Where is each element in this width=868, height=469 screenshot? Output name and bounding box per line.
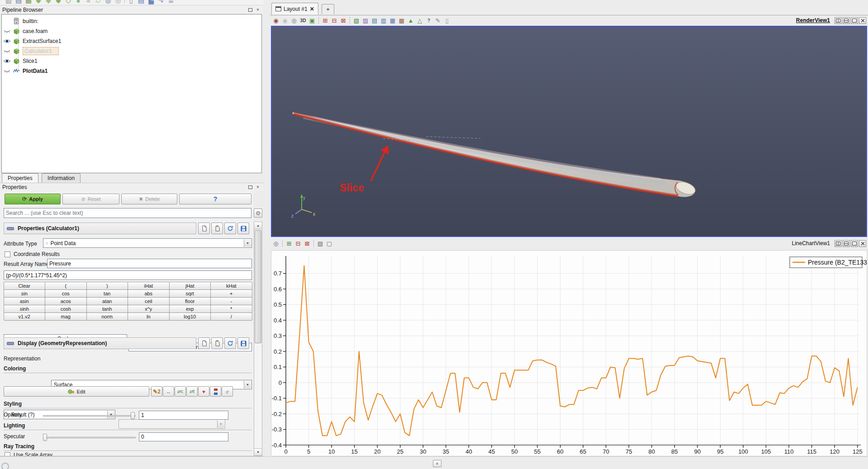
plot-view-icon[interactable]: ∿ <box>156 0 166 5</box>
visibility-off-eye-icon[interactable] <box>2 48 12 54</box>
calc-button-sqrt[interactable]: sqrt <box>169 289 211 298</box>
split-view-icon[interactable]: ▯ <box>126 0 136 5</box>
visibility-off-eye-icon[interactable] <box>2 28 12 34</box>
show-scalar-bar-icon[interactable] <box>210 386 221 397</box>
edit-color-map-advanced-icon[interactable]: ✎2 <box>151 386 162 397</box>
rescale-temporal-icon[interactable]: ⇄t <box>186 386 198 397</box>
maximize-button[interactable] <box>851 17 858 24</box>
interactive-select-points-icon[interactable]: ▲ <box>407 16 415 24</box>
pipeline-item-plotdata1[interactable]: PlotData1 <box>2 67 261 75</box>
calc-button-atan[interactable]: atan <box>86 297 128 305</box>
tab-properties[interactable]: Properties <box>2 173 38 183</box>
close-tab-icon[interactable]: ✕ <box>310 6 314 12</box>
threshold-filter-icon[interactable]: ◆ <box>53 0 63 5</box>
split-vertical-button[interactable] <box>843 17 850 24</box>
edit-scalar-bar-icon[interactable]: e <box>222 386 233 397</box>
calc-button-cos[interactable]: cos <box>45 289 87 298</box>
search-input[interactable] <box>4 208 251 218</box>
reset-camera-icon[interactable]: ▣ <box>308 16 316 24</box>
split-horizontal-button[interactable] <box>835 17 842 24</box>
pipeline-item-extractsurface1[interactable]: ExtractSurface1 <box>2 37 261 45</box>
calc-button-exp[interactable]: exp <box>169 305 211 313</box>
paste-display-button[interactable] <box>211 337 223 349</box>
select-cells-through-icon[interactable]: ▤ <box>370 16 379 24</box>
toggle-2d3d-icon[interactable]: 3D <box>299 16 307 24</box>
save-data-icon[interactable]: ▤ <box>14 0 24 5</box>
calculator-section-header[interactable]: Properties (Calculator1) <box>4 223 196 234</box>
tab-information[interactable]: Information <box>42 173 81 183</box>
scrollbar-thumb[interactable] <box>255 230 261 343</box>
calc-button-sin[interactable]: sin <box>4 289 46 298</box>
clip-filter-icon[interactable]: ◆ <box>33 0 43 5</box>
calc-button--[interactable]: ) <box>86 282 128 290</box>
close-button[interactable] <box>859 240 866 247</box>
calc-button--[interactable]: * <box>210 305 252 313</box>
pipeline-item-builtin[interactable]: builtin: <box>2 17 261 25</box>
calc-button-mag[interactable]: mag <box>45 313 87 321</box>
new-layout-tab-button[interactable]: + <box>322 4 334 14</box>
calc-button-tan[interactable]: tan <box>86 289 128 298</box>
calc-button--[interactable]: - <box>210 297 252 305</box>
spreadsheet-view-icon[interactable]: ▤ <box>136 0 146 5</box>
panel-splitter[interactable] <box>263 0 270 456</box>
glyph-filter-icon[interactable]: ● <box>73 0 83 5</box>
specular-slider[interactable] <box>43 437 136 438</box>
copy-display-button[interactable] <box>198 337 210 349</box>
split-vertical-button[interactable] <box>843 240 850 247</box>
calc-button--[interactable]: + <box>210 289 252 298</box>
select-block-icon[interactable]: ▦ <box>389 16 397 24</box>
clear-selection-icon[interactable]: ✎ <box>434 16 442 24</box>
opacity-value-input[interactable] <box>139 411 228 420</box>
rescale-data-range-icon[interactable]: ↔ <box>163 386 174 397</box>
save-defaults-button[interactable] <box>237 223 249 234</box>
calc-button-v1-v2[interactable]: v1.v2 <box>4 313 46 321</box>
select-points-through-icon[interactable]: ▥ <box>379 16 388 24</box>
zoom-to-box-icon[interactable]: ⊞ <box>321 16 329 24</box>
reset-zoom-icon[interactable]: ⊠ <box>303 239 311 247</box>
reset-defaults-button[interactable] <box>224 223 236 234</box>
search-settings-gear-icon[interactable]: ⚙ <box>254 208 262 218</box>
close-button[interactable] <box>859 17 866 24</box>
dock-float-button[interactable] <box>247 184 253 190</box>
capture-view-icon[interactable]: ◉ <box>281 16 289 24</box>
render-viewport[interactable]: Slice y x z <box>271 26 867 237</box>
python-shell-icon[interactable]: ≣ <box>166 0 176 5</box>
adjust-camera-icon[interactable]: ◎ <box>290 16 298 24</box>
visibility-off-eye-icon[interactable] <box>2 68 12 74</box>
maximize-button[interactable] <box>851 240 858 247</box>
calc-button-sinh[interactable]: sinh <box>4 305 46 313</box>
open-file-icon[interactable]: ▥ <box>4 0 14 5</box>
save-screenshot-icon[interactable]: ◉ <box>272 16 280 24</box>
attribute-type-combo[interactable]: ○ Point Data ▼ <box>43 238 252 248</box>
pipeline-item-slice1[interactable]: Slice1 <box>2 57 261 65</box>
adjust-chart-icon[interactable]: ◎ <box>272 239 280 247</box>
paste-properties-button[interactable] <box>211 223 223 234</box>
group-datasets-icon[interactable]: ◍ <box>103 0 113 5</box>
contour-filter-icon[interactable]: ◇ <box>63 0 73 5</box>
properties-scrollbar[interactable]: ▲ ▼ <box>254 222 262 456</box>
dock-close-button[interactable]: × <box>255 7 261 13</box>
select-chart-region-icon[interactable]: ▧ <box>316 239 324 247</box>
tab-layout-1[interactable]: Layout #1 ✕ <box>271 3 318 14</box>
delete-selection-icon[interactable]: ▯ <box>443 16 451 24</box>
calc-button-clear[interactable]: Clear <box>4 282 46 290</box>
calc-button-abs[interactable]: abs <box>128 289 170 298</box>
specular-value-input[interactable] <box>139 432 228 441</box>
slice-filter-icon[interactable]: ◆ <box>43 0 53 5</box>
apply-button[interactable]: ⟳ Apply <box>5 194 61 204</box>
calc-button-ceil[interactable]: ceil <box>128 297 170 305</box>
line-chart-view-title[interactable]: LineChartView1 <box>792 240 830 246</box>
stream-tracer-icon[interactable]: ≈ <box>83 0 93 5</box>
warp-filter-icon[interactable]: ▱ <box>93 0 103 5</box>
reset-button[interactable]: ⊘Reset <box>62 194 119 204</box>
opacity-slider-handle[interactable] <box>131 412 135 419</box>
calc-button-log10[interactable]: log10 <box>169 313 211 321</box>
visibility-on-eye-icon[interactable] <box>2 38 12 44</box>
edit-color-map-button[interactable]: Edit <box>4 386 149 397</box>
calc-button-asin[interactable]: asin <box>4 297 46 305</box>
calc-button-ln[interactable]: ln <box>128 313 170 321</box>
calc-button-tanh[interactable]: tanh <box>86 305 128 313</box>
help-button[interactable]: ? <box>179 194 251 204</box>
zoom-out-icon[interactable]: ⊟ <box>294 239 302 247</box>
coordinate-results-checkbox[interactable] <box>5 251 10 257</box>
